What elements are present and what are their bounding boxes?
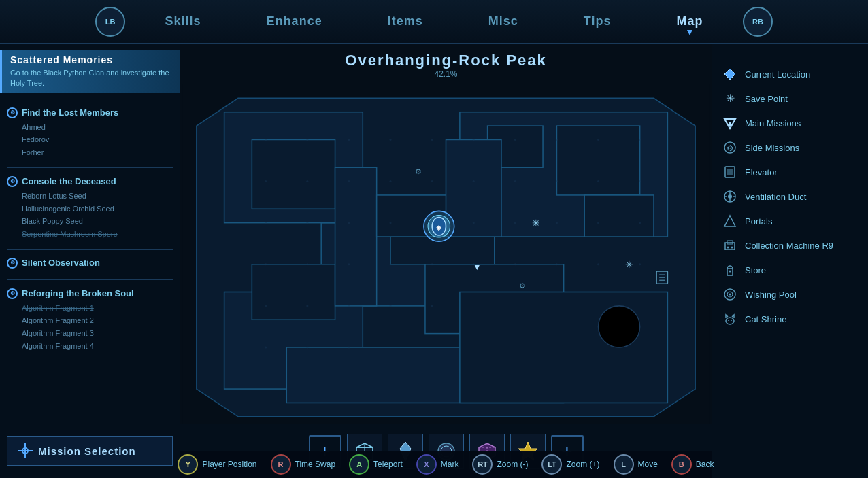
legend-label: Store (745, 265, 766, 275)
svg-point-55 (556, 263, 558, 265)
svg-point-80 (599, 306, 640, 347)
legend-current-location: Current Location (720, 63, 860, 86)
time-swap-label: Time Swap (295, 460, 336, 469)
gear-icon: ⚙ (7, 288, 18, 299)
svg-point-111 (731, 247, 733, 249)
b-button[interactable]: B (671, 454, 692, 475)
ctrl-teleport: A Teleport (349, 454, 403, 475)
legend-label: Main Missions (745, 118, 801, 129)
map-title: Overhanging-Rock Peak (180, 52, 712, 69)
divider (7, 249, 173, 250)
svg-point-64 (306, 346, 308, 348)
ctrl-zoom-plus: LT Zoom (+) (541, 454, 599, 475)
gear-icon: ⚙ (7, 107, 18, 118)
svg-point-32 (431, 180, 433, 182)
mission-sub-serpentine: Serpentine Mushroom Spore (7, 228, 173, 241)
teleport-label: Teleport (373, 460, 403, 469)
bottom-controls: Y Player Position R Time Swap A Teleport… (180, 451, 712, 478)
legend-ventilation-duct: Ventilation Duct (720, 185, 860, 208)
svg-point-29 (306, 180, 308, 182)
legend-label: Wishing Pool (745, 290, 797, 300)
divider (7, 167, 173, 168)
svg-rect-15 (335, 167, 377, 306)
svg-point-41 (390, 222, 392, 224)
ctrl-zoom-minus: RT Zoom (-) (472, 454, 528, 475)
svg-point-27 (639, 139, 641, 141)
svg-point-58 (265, 305, 267, 307)
mission-sub-ahmed: Ahmed (7, 121, 173, 134)
mission-title: ⚙ Silent Observation (7, 258, 173, 269)
svg-point-49 (306, 263, 308, 265)
l-button[interactable]: L (614, 454, 634, 475)
svg-point-38 (265, 222, 267, 224)
tab-misc[interactable]: Misc (483, 12, 524, 31)
ventilation-duct-icon (722, 188, 738, 205)
mission-sub-black-poppy: Black Poppy Seed (7, 215, 173, 228)
svg-point-21 (390, 139, 392, 141)
lt-button[interactable]: LT (541, 454, 562, 475)
lb-button[interactable]: LB (95, 7, 125, 37)
svg-point-51 (390, 263, 392, 265)
svg-point-24 (514, 139, 516, 141)
svg-point-30 (348, 180, 350, 182)
legend-label: Collection Machine R9 (745, 241, 833, 251)
svg-point-110 (727, 247, 729, 249)
svg-point-59 (306, 305, 308, 307)
tab-tips[interactable]: Tips (578, 12, 617, 31)
mission-sub-frag3: Algorithm Fragment 3 (7, 327, 173, 340)
player-position-label: Player Position (202, 460, 256, 469)
map-svg: ◈ ✳ ✳ ✳ ▼ ⚙ ⚙ (180, 84, 712, 424)
svg-point-65 (348, 346, 350, 348)
svg-point-33 (473, 180, 475, 182)
svg-point-23 (473, 139, 475, 141)
r-button[interactable]: R (271, 454, 291, 475)
mission-sub-frag1: Algorithm Fragment 1 (7, 302, 173, 315)
mission-selection-button[interactable]: Mission Selection (7, 436, 173, 466)
svg-point-37 (639, 180, 641, 182)
ctrl-back: B Back (671, 454, 714, 475)
tab-items[interactable]: Items (382, 12, 429, 31)
legend-elevator: Elevator (720, 160, 860, 184)
mission-title: ⚙ Reforging the Broken Soul (7, 288, 173, 299)
legend-label: Current Location (745, 69, 810, 80)
rb-button[interactable]: RB (743, 7, 773, 37)
x-button[interactable]: X (416, 454, 437, 475)
tab-skills[interactable]: Skills (160, 12, 207, 31)
map-area: Overhanging-Rock Peak 42.1% (180, 44, 712, 478)
svg-rect-5 (584, 195, 654, 237)
svg-point-25 (556, 139, 558, 141)
elevator-icon (722, 164, 738, 180)
a-button[interactable]: A (349, 454, 369, 475)
legend-cat-shrine: Cat Shrine (720, 307, 860, 330)
ctrl-move: L Move (614, 454, 658, 475)
svg-text:⚙: ⚙ (727, 143, 734, 153)
y-button[interactable]: Y (178, 454, 198, 475)
store-icon (722, 262, 738, 278)
right-legend: Current Location ✳ Save Point Main Missi… (712, 44, 868, 478)
svg-point-61 (390, 305, 392, 307)
gear-icon: ⚙ (7, 176, 18, 187)
svg-point-47 (639, 222, 641, 224)
svg-text:✳: ✳ (726, 92, 735, 104)
legend-store: Store (720, 258, 860, 281)
svg-point-40 (348, 222, 350, 224)
svg-rect-4 (556, 126, 639, 195)
tab-enhance[interactable]: Enhance (261, 12, 328, 31)
svg-point-63 (265, 346, 267, 348)
svg-point-48 (265, 263, 267, 265)
svg-marker-107 (724, 216, 735, 226)
mission-sub-hallucinogenic: Hallucinogenic Orchid Seed (7, 203, 173, 216)
rt-button[interactable]: RT (472, 454, 493, 475)
cat-shrine-icon (722, 311, 738, 327)
tab-map[interactable]: Map (671, 12, 708, 31)
svg-point-117 (726, 318, 734, 324)
active-mission-desc: Go to the Black Python Clan and investig… (10, 68, 171, 89)
map-canvas[interactable]: ◈ ✳ ✳ ✳ ▼ ⚙ ⚙ (180, 84, 712, 424)
svg-point-46 (597, 222, 599, 224)
mission-console-deceased: ⚙ Console the Deceased Reborn Lotus Seed… (0, 173, 180, 243)
map-header: Overhanging-Rock Peak 42.1% (180, 44, 712, 84)
svg-point-43 (473, 222, 475, 224)
svg-point-52 (431, 263, 433, 265)
legend-label: Cat Shrine (745, 314, 786, 324)
svg-point-45 (556, 222, 558, 224)
